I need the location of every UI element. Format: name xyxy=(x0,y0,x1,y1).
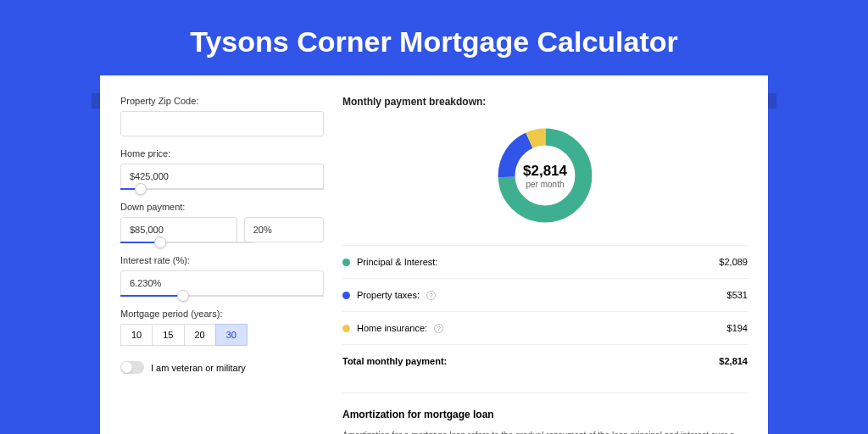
page-title: Tysons Corner Mortgage Calculator xyxy=(0,0,868,75)
donut-sublabel: per month xyxy=(523,180,567,189)
home-price-slider[interactable] xyxy=(120,188,324,190)
insurance-label: Home insurance: xyxy=(357,323,427,333)
period-label: Mortgage period (years): xyxy=(120,309,324,319)
veteran-toggle[interactable] xyxy=(120,361,144,374)
interest-label: Interest rate (%): xyxy=(120,255,324,265)
breakdown-row-insurance: Home insurance: ? $194 xyxy=(342,315,748,341)
info-icon[interactable]: ? xyxy=(426,291,436,300)
divider xyxy=(342,278,748,279)
interest-slider[interactable] xyxy=(120,295,324,297)
home-price-input[interactable] xyxy=(120,164,324,189)
amortization-section: Amortization for mortgage loan Amortizat… xyxy=(342,392,748,434)
period-buttons: 10 15 20 30 xyxy=(120,324,324,346)
taxes-value: $531 xyxy=(727,290,748,300)
interest-input[interactable] xyxy=(120,270,324,296)
insurance-value: $194 xyxy=(727,323,748,333)
period-15-button[interactable]: 15 xyxy=(152,324,184,346)
principal-label: Principal & Interest: xyxy=(357,257,437,267)
dot-icon xyxy=(342,292,350,299)
toggle-knob-icon xyxy=(121,362,132,373)
amortization-title: Amortization for mortgage loan xyxy=(342,409,748,420)
period-group: Mortgage period (years): 10 15 20 30 xyxy=(120,309,324,346)
dot-icon xyxy=(342,259,350,266)
zip-group: Property Zip Code: xyxy=(120,96,324,136)
breakdown-row-total: Total monthly payment: $2,814 xyxy=(342,348,748,374)
period-10-button[interactable]: 10 xyxy=(120,324,153,346)
form-panel: Property Zip Code: Home price: Down paym… xyxy=(120,96,324,434)
period-20-button[interactable]: 20 xyxy=(184,324,216,346)
veteran-row: I am veteran or military xyxy=(120,361,324,374)
divider xyxy=(342,311,748,312)
slider-thumb-icon[interactable] xyxy=(154,236,166,248)
amortization-text: Amortization for a mortgage loan refers … xyxy=(342,429,748,434)
taxes-label: Property taxes: xyxy=(357,290,420,300)
results-panel: Monthly payment breakdown: $2,814 per mo… xyxy=(342,96,768,434)
divider xyxy=(342,245,748,246)
down-payment-group: Down payment: xyxy=(120,202,324,243)
down-payment-pct-input[interactable] xyxy=(244,217,324,242)
principal-value: $2,089 xyxy=(719,257,748,267)
breakdown-title: Monthly payment breakdown: xyxy=(342,96,748,108)
donut-amount: $2,814 xyxy=(523,163,567,180)
home-price-group: Home price: xyxy=(120,148,324,190)
slider-thumb-icon[interactable] xyxy=(135,183,147,195)
home-price-label: Home price: xyxy=(120,148,324,159)
donut-chart: $2,814 per month xyxy=(494,125,596,226)
interest-group: Interest rate (%): xyxy=(120,255,324,297)
period-30-button[interactable]: 30 xyxy=(215,324,248,346)
veteran-label: I am veteran or military xyxy=(151,363,246,373)
zip-input[interactable] xyxy=(120,111,324,136)
total-value: $2,814 xyxy=(719,356,748,366)
donut-chart-wrap: $2,814 per month xyxy=(342,118,748,242)
calculator-card: Property Zip Code: Home price: Down paym… xyxy=(100,75,768,434)
down-payment-label: Down payment: xyxy=(120,202,324,212)
zip-label: Property Zip Code: xyxy=(120,96,324,106)
breakdown-row-principal: Principal & Interest: $2,089 xyxy=(342,249,748,275)
total-label: Total monthly payment: xyxy=(342,356,447,366)
info-icon[interactable]: ? xyxy=(434,324,443,333)
down-payment-slider[interactable] xyxy=(120,242,253,243)
slider-thumb-icon[interactable] xyxy=(177,290,189,302)
breakdown-row-taxes: Property taxes: ? $531 xyxy=(342,282,748,308)
divider xyxy=(342,344,748,345)
dot-icon xyxy=(342,325,350,332)
down-payment-amount-input[interactable] xyxy=(120,217,237,242)
